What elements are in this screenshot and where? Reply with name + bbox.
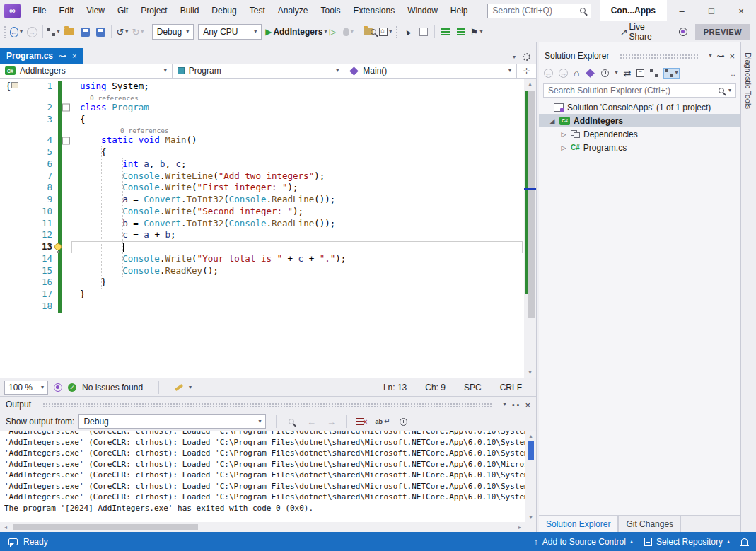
tree-item-addintegers[interactable]: ◢AddIntegers — [539, 114, 740, 127]
code-line[interactable]: 15 Console.ReadKey(); — [0, 265, 524, 277]
collapsed-arrow-icon[interactable]: ▷ — [560, 131, 567, 138]
sync-with-active-document-button[interactable]: ▾ — [663, 68, 680, 79]
glyph-margin[interactable] — [0, 253, 28, 265]
collapsed-arrow-icon[interactable]: ▷ — [560, 144, 567, 151]
code-line[interactable]: 2class Program — [0, 102, 524, 114]
switch-views-icon[interactable] — [586, 69, 595, 78]
member-dropdown[interactable]: Main()▾ — [344, 64, 517, 78]
tab-solution-explorer[interactable]: Solution Explorer — [539, 516, 618, 532]
code-cleanup-icon[interactable] — [175, 383, 183, 390]
live-share-button[interactable]: ↗Live Share — [619, 23, 665, 40]
line-ending-indicator[interactable]: CRLF — [500, 383, 522, 393]
glyph-margin[interactable] — [0, 102, 28, 114]
feedback-icon[interactable] — [8, 538, 18, 545]
menu-extensions[interactable]: Extensions — [347, 0, 401, 21]
code-line[interactable]: 13 — [0, 241, 524, 253]
fold-collapse-icon[interactable] — [62, 134, 71, 146]
menu-debug[interactable]: Debug — [205, 0, 243, 21]
menu-git[interactable]: Git — [111, 0, 134, 21]
clear-all-button[interactable]: × — [354, 413, 369, 430]
codelens-row[interactable]: 0 references — [0, 93, 524, 102]
live-share-presence-icon[interactable] — [54, 383, 62, 392]
code-line[interactable]: 8 Console.Write("First integer: "); — [0, 182, 524, 194]
code-line[interactable]: 3{ — [0, 114, 524, 126]
code-line[interactable]: 9 a = Convert.ToInt32(Console.ReadLine()… — [0, 194, 524, 206]
glyph-margin[interactable] — [0, 301, 28, 313]
glyph-margin[interactable] — [0, 229, 28, 241]
scrollbar-thumb[interactable] — [13, 524, 198, 530]
scroll-left-icon[interactable]: ◂ — [0, 524, 11, 530]
fold-collapse-icon[interactable] — [62, 102, 71, 114]
undo-button[interactable]: ↺▾ — [115, 23, 130, 40]
notifications-bell-icon[interactable] — [741, 538, 748, 545]
scroll-up-icon[interactable]: ▴ — [524, 81, 536, 87]
code-editor[interactable]: {1using System;0 references2class Progra… — [0, 79, 536, 378]
glyph-margin[interactable] — [0, 146, 28, 158]
space-indicator[interactable]: SPC — [464, 383, 482, 393]
output-source-dropdown[interactable]: Debug▾ — [78, 414, 266, 429]
tree-item-dependencies[interactable]: ▷Dependencies — [539, 127, 740, 141]
navigate-back-button[interactable]: ←▾ — [8, 23, 25, 40]
minimize-button[interactable]: – — [667, 0, 697, 21]
glyph-margin[interactable] — [0, 134, 28, 146]
pending-changes-filter-icon[interactable] — [601, 69, 609, 77]
quick-search-box[interactable]: Search (Ctrl+Q) — [487, 4, 591, 18]
code-line[interactable]: 17} — [0, 289, 524, 301]
maximize-button[interactable]: □ — [697, 0, 726, 21]
glyph-margin[interactable] — [0, 241, 28, 253]
output-vertical-scrollbar[interactable]: ▴ ▾ — [525, 431, 536, 522]
code-line[interactable]: 11 b = Convert.ToInt32(Console.ReadLine(… — [0, 218, 524, 230]
codelens-row[interactable]: 0 references — [0, 125, 524, 134]
next-message-button[interactable]: → — [323, 413, 339, 430]
code-line[interactable]: 4 static void Main() — [0, 134, 524, 146]
split-window-button[interactable]: ⊹ — [517, 64, 536, 78]
back-icon[interactable]: ← — [544, 69, 553, 78]
code-line[interactable]: 5 { — [0, 146, 524, 158]
codelens-references[interactable]: 0 references — [120, 127, 169, 134]
project-dropdown[interactable]: AddIntegers▾ — [0, 64, 173, 78]
line-indicator[interactable]: Ln: 13 — [383, 383, 407, 393]
feedback-person-button[interactable] — [675, 23, 691, 40]
tab-program-cs[interactable]: Program.cs ⊶ × — [0, 48, 83, 64]
start-without-debugging-button[interactable]: ▷ — [325, 23, 340, 40]
lightbulb-icon[interactable] — [54, 243, 62, 250]
menu-analyze[interactable]: Analyze — [272, 0, 315, 21]
code-cleanup-dropdown-icon[interactable]: ▾ — [189, 385, 192, 390]
expanded-arrow-icon[interactable]: ◢ — [549, 117, 556, 124]
new-project-button[interactable]: ▾ — [46, 23, 62, 40]
scroll-up-icon[interactable]: ▴ — [525, 433, 536, 439]
code-line[interactable]: 10 Console.Write("Second integer: "); — [0, 206, 524, 218]
solution-explorer-header[interactable]: Solution Explorer ▾ ⊶ × — [539, 48, 740, 64]
search-options-dropdown-icon[interactable]: ▾ — [728, 88, 731, 93]
browser-home-button[interactable]: ⌂▾ — [378, 23, 393, 40]
previous-message-button[interactable]: ← — [303, 413, 319, 430]
bookmark-button[interactable]: ⚑▾ — [469, 23, 484, 40]
select-repository-button[interactable]: Select Repository ▴ — [644, 537, 730, 547]
sync-icon[interactable]: ⇄ — [623, 69, 631, 78]
close-icon[interactable]: × — [729, 51, 735, 62]
menu-file[interactable]: File — [26, 0, 52, 21]
filter-dropdown-icon[interactable]: ▾ — [615, 70, 617, 76]
navigate-forward-button[interactable]: → — [24, 23, 40, 40]
tree-item-solution-consoleapps-1-of-1-project[interactable]: Solution 'ConsoleApps' (1 of 1 project) — [539, 100, 740, 114]
editor-vertical-scrollbar[interactable]: ▴ ▾ — [524, 79, 536, 378]
home-icon[interactable]: ⌂ — [574, 68, 579, 78]
word-wrap-button[interactable]: ab↵ — [373, 413, 391, 430]
glyph-margin[interactable] — [0, 218, 28, 230]
glyph-margin[interactable] — [0, 93, 28, 102]
menu-tools[interactable]: Tools — [314, 0, 347, 21]
codelens-references[interactable]: 0 references — [90, 94, 139, 102]
find-message-button[interactable] — [284, 413, 299, 430]
menu-window[interactable]: Window — [401, 0, 444, 21]
glyph-margin[interactable] — [0, 114, 28, 126]
glyph-margin[interactable] — [0, 289, 28, 301]
glyph-margin[interactable] — [0, 277, 28, 289]
add-to-source-control-button[interactable]: ↑ Add to Source Control ▴ — [534, 537, 633, 547]
scroll-right-icon[interactable]: ▸ — [514, 524, 525, 530]
navigate-to-code-button[interactable] — [416, 23, 431, 40]
output-log[interactable]: 'AddIntegers.exe' (CoreCLR: clrhost): Lo… — [0, 431, 525, 522]
glyph-margin[interactable] — [0, 170, 28, 182]
glyph-margin[interactable] — [0, 158, 28, 170]
active-files-dropdown-icon[interactable]: ▾ — [513, 54, 516, 60]
menu-edit[interactable]: Edit — [52, 0, 80, 21]
